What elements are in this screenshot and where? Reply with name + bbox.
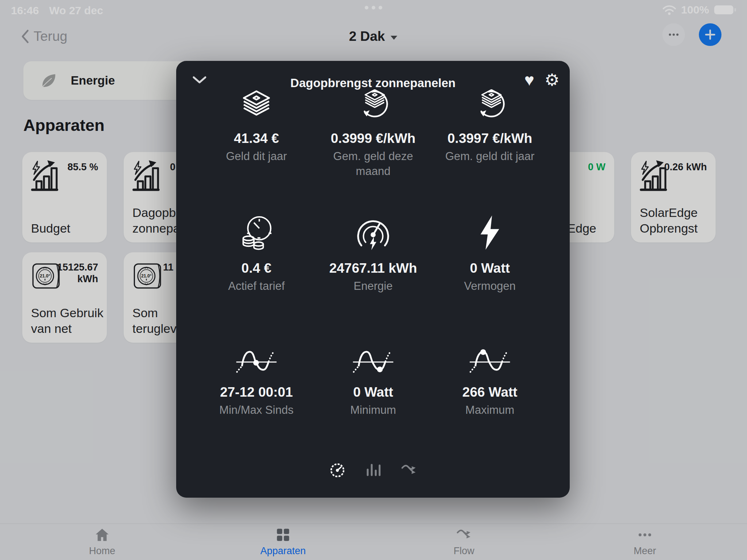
stat-energie: 24767.11 kWh Energie <box>315 214 431 294</box>
stats-row: 0.4 € Actief tarief 24767.11 kWh Energie… <box>198 214 548 294</box>
stats-row: 41.34 € Geld dit jaar 0.3999 €/kWh Gem. … <box>198 89 548 179</box>
gear-icon[interactable]: ⚙ <box>545 70 560 89</box>
stat-label: Gem. geld dit jaar <box>445 149 535 164</box>
money-stack-icon <box>239 89 274 121</box>
gauge-icon[interactable] <box>329 462 346 479</box>
stat-label: Maximum <box>465 403 514 418</box>
gauge-bolt-icon <box>355 214 392 251</box>
stat-minimum: 0 Watt Minimum <box>315 346 431 418</box>
stat-label: Geld dit jaar <box>226 149 287 164</box>
sine-mid-icon <box>233 346 279 375</box>
stat-value: 266 Watt <box>462 385 518 400</box>
stat-value: 41.34 € <box>234 131 279 146</box>
stat-label: Min/Max Sinds <box>219 403 293 418</box>
stat-value: 0 Watt <box>470 261 510 276</box>
stat-label: Vermogen <box>464 279 515 294</box>
stat-vermogen: 0 Watt Vermogen <box>431 214 548 294</box>
money-refresh-icon <box>472 89 508 121</box>
stat-label: Minimum <box>350 403 396 418</box>
view-switcher <box>176 462 570 479</box>
stat-gem-geld-deze-maand: 0.3999 €/kWh Gem. geld deze maand <box>315 89 431 179</box>
stat-actief-tarief: 0.4 € Actief tarief <box>198 214 315 294</box>
stat-value: 24767.11 kWh <box>329 261 417 276</box>
stat-value: 27-12 00:01 <box>220 385 293 400</box>
stat-geld-dit-jaar: 41.34 € Geld dit jaar <box>198 89 315 179</box>
app-screen: 16:46 Wo 27 dec 100% Terug 2 Dak Energie… <box>0 0 747 560</box>
bolt-icon <box>471 214 508 251</box>
bar-chart-icon[interactable] <box>365 462 382 479</box>
device-detail-modal: Dagopbrengst zonnepanelen ♥ ⚙ 41.34 € Ge… <box>176 61 570 498</box>
stat-value: 0 Watt <box>353 385 393 400</box>
modal-title: Dagopbrengst zonnepanelen <box>176 76 570 90</box>
stat-label: Energie <box>354 279 393 294</box>
heart-icon[interactable]: ♥ <box>524 70 534 89</box>
tariff-clock-icon <box>238 214 275 251</box>
stat-minmax-sinds: 27-12 00:01 Min/Max Sinds <box>198 346 315 418</box>
stat-maximum: 266 Watt Maximum <box>431 346 548 418</box>
stat-value: 0.3999 €/kWh <box>331 131 415 146</box>
sine-min-icon <box>350 346 396 375</box>
stat-gem-geld-dit-jaar: 0.3997 €/kWh Gem. geld dit jaar <box>431 89 548 179</box>
stats-row: 27-12 00:01 Min/Max Sinds 0 Watt Minimum… <box>198 346 548 418</box>
money-refresh-icon <box>355 89 391 121</box>
stat-value: 0.3997 €/kWh <box>448 131 532 146</box>
flow-icon[interactable] <box>400 462 417 479</box>
stat-label: Gem. geld deze maand <box>318 149 428 179</box>
stat-label: Actief tarief <box>228 279 285 294</box>
stat-value: 0.4 € <box>241 261 271 276</box>
sine-max-icon <box>467 346 513 375</box>
